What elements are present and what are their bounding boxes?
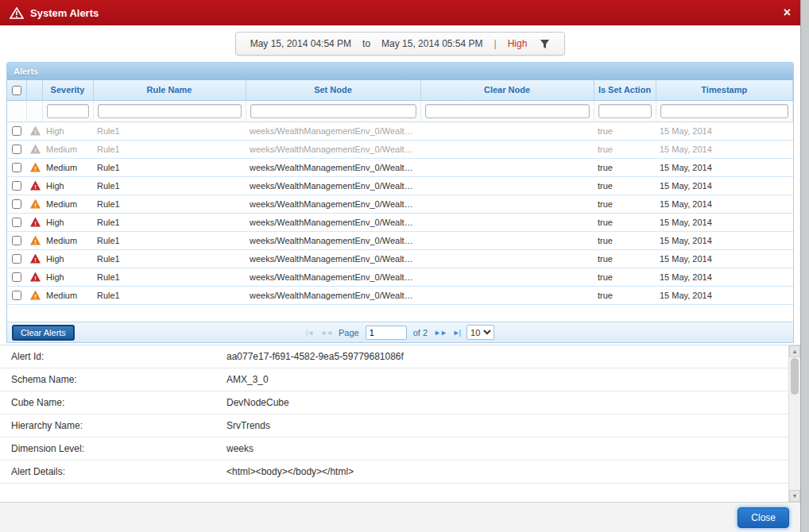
table-row[interactable]: !HighRule1weeks/WealthManagementEnv_0/We… bbox=[7, 121, 793, 140]
severity-cell: High bbox=[42, 249, 93, 268]
row-select-cell[interactable] bbox=[7, 176, 26, 195]
close-icon[interactable]: × bbox=[784, 6, 791, 19]
severity-cell: High bbox=[42, 268, 93, 286]
previous-page-icon[interactable]: ◄◄ bbox=[319, 329, 332, 337]
table-row[interactable]: !MediumRule1weeks/WealthManagementEnv_0/… bbox=[7, 231, 793, 249]
set-node-filter-input[interactable] bbox=[250, 104, 416, 118]
severity-cell: Medium bbox=[42, 140, 93, 158]
select-all-checkbox[interactable] bbox=[12, 86, 21, 95]
filter-cell-clear-node bbox=[420, 100, 594, 121]
row-checkbox[interactable] bbox=[12, 181, 21, 191]
last-page-icon[interactable]: ►| bbox=[453, 329, 460, 337]
clear-alerts-button[interactable]: Clear Alerts bbox=[12, 325, 75, 341]
scroll-down-icon[interactable]: ▼ bbox=[789, 490, 800, 502]
severity-triangle-icon: ! bbox=[30, 254, 41, 264]
table-row[interactable]: !HighRule1weeks/WealthManagementEnv_0/We… bbox=[7, 176, 793, 195]
severity-cell: High bbox=[42, 213, 93, 231]
severity-orange-triangle-icon: ! bbox=[26, 286, 42, 304]
scrollbar-thumb[interactable] bbox=[791, 358, 799, 395]
row-checkbox[interactable] bbox=[12, 145, 21, 154]
row-checkbox[interactable] bbox=[12, 218, 21, 227]
table-row[interactable]: !MediumRule1weeks/WealthManagementEnv_0/… bbox=[7, 158, 793, 176]
column-header-set-node[interactable]: Set Node bbox=[246, 80, 420, 100]
row-select-cell[interactable] bbox=[7, 121, 26, 140]
severity-triangle-icon: ! bbox=[30, 272, 41, 282]
clear-node-cell bbox=[420, 195, 594, 213]
severity-orange-triangle-icon: ! bbox=[26, 158, 42, 176]
clear-node-filter-input[interactable] bbox=[425, 104, 590, 118]
row-select-cell[interactable] bbox=[7, 158, 26, 176]
severity-cell: Medium bbox=[42, 158, 93, 176]
row-checkbox[interactable] bbox=[12, 272, 21, 282]
page-number-input[interactable] bbox=[366, 326, 407, 340]
column-header-is-set-action[interactable]: Is Set Action bbox=[594, 80, 656, 100]
row-checkbox[interactable] bbox=[12, 163, 21, 172]
rule-name-cell: Rule1 bbox=[93, 249, 246, 268]
date-range-filter-bar[interactable]: May 15, 2014 04:54 PM to May 15, 2014 05… bbox=[235, 32, 566, 56]
row-select-cell[interactable] bbox=[7, 268, 26, 286]
page-size-select[interactable]: 10 bbox=[466, 325, 494, 340]
row-select-cell[interactable] bbox=[7, 195, 26, 213]
set-node-cell: weeks/WealthManagementEnv_0/Wealth… bbox=[246, 213, 420, 231]
table-row[interactable]: !MediumRule1weeks/WealthManagementEnv_0/… bbox=[7, 286, 793, 304]
column-header-timestamp[interactable]: Timestamp bbox=[656, 80, 793, 100]
severity-cell: High bbox=[42, 176, 93, 195]
table-row[interactable]: !HighRule1weeks/WealthManagementEnv_0/We… bbox=[7, 268, 793, 286]
detail-value: aa077e17-f691-4582-9ea5-59779681086f bbox=[226, 351, 404, 362]
severity-filter-input[interactable] bbox=[47, 104, 89, 118]
row-select-cell[interactable] bbox=[7, 140, 26, 158]
detail-label: Alert Details: bbox=[0, 466, 226, 477]
clear-node-cell bbox=[420, 140, 594, 158]
start-datetime[interactable]: May 15, 2014 04:54 PM bbox=[250, 38, 351, 49]
filter-cell-checkbox bbox=[7, 100, 26, 121]
row-checkbox[interactable] bbox=[12, 236, 21, 245]
rule-name-filter-input[interactable] bbox=[98, 104, 242, 118]
close-button[interactable]: Close bbox=[737, 507, 789, 528]
row-select-cell[interactable] bbox=[7, 231, 26, 249]
row-select-cell[interactable] bbox=[7, 249, 26, 268]
severity-orange-triangle-icon: ! bbox=[26, 231, 42, 249]
alerts-panel: Alerts Severity Rule Name Set Node Clear… bbox=[6, 62, 794, 343]
filter-funnel-icon[interactable] bbox=[540, 39, 550, 49]
severity-filter-value[interactable]: High bbox=[508, 38, 528, 49]
is-set-action-filter-input[interactable] bbox=[598, 104, 652, 118]
end-datetime[interactable]: May 15, 2014 05:54 PM bbox=[381, 38, 482, 49]
timestamp-cell: 15 May, 2014 bbox=[656, 231, 793, 249]
set-node-cell: weeks/WealthManagementEnv_0/Wealth… bbox=[246, 286, 420, 304]
row-checkbox[interactable] bbox=[12, 291, 21, 300]
rule-name-cell: Rule1 bbox=[93, 231, 246, 249]
table-row[interactable]: !HighRule1weeks/WealthManagementEnv_0/We… bbox=[7, 213, 793, 231]
detail-row: Cube Name:DevNodeCube bbox=[0, 391, 800, 414]
row-select-cell[interactable] bbox=[7, 213, 26, 231]
severity-triangle-icon: ! bbox=[30, 163, 41, 172]
table-row[interactable]: !HighRule1weeks/WealthManagementEnv_0/We… bbox=[7, 249, 793, 268]
rule-name-cell: Rule1 bbox=[93, 176, 246, 195]
scroll-up-icon[interactable]: ▲ bbox=[789, 345, 800, 357]
severity-cell: High bbox=[42, 121, 93, 140]
first-page-icon[interactable]: |◄ bbox=[306, 329, 313, 337]
is-set-action-cell: true bbox=[594, 176, 656, 195]
table-row[interactable]: !MediumRule1weeks/WealthManagementEnv_0/… bbox=[7, 195, 793, 213]
set-node-cell: weeks/WealthManagementEnv_0/Wealth… bbox=[246, 268, 420, 286]
rule-name-cell: Rule1 bbox=[93, 268, 246, 286]
column-header-rule-name[interactable]: Rule Name bbox=[93, 80, 246, 100]
column-header-clear-node[interactable]: Clear Node bbox=[420, 80, 594, 100]
is-set-action-cell: true bbox=[594, 286, 656, 304]
severity-icon-column-header bbox=[26, 80, 42, 100]
severity-triangle-icon: ! bbox=[30, 236, 41, 245]
timestamp-filter-input[interactable] bbox=[660, 104, 789, 118]
row-checkbox[interactable] bbox=[12, 254, 21, 264]
row-checkbox[interactable] bbox=[12, 126, 21, 136]
severity-triangle-icon: ! bbox=[30, 199, 41, 209]
is-set-action-cell: true bbox=[594, 121, 656, 140]
detail-value: <html><body></body></html> bbox=[226, 466, 354, 477]
severity-cell: Medium bbox=[42, 286, 93, 304]
set-node-cell: weeks/WealthManagementEnv_0/Wealth… bbox=[246, 158, 420, 176]
details-scrollbar[interactable]: ▲ ▼ bbox=[788, 345, 800, 502]
timestamp-cell: 15 May, 2014 bbox=[656, 176, 793, 195]
next-page-icon[interactable]: ►► bbox=[434, 329, 447, 337]
table-row[interactable]: !MediumRule1weeks/WealthManagementEnv_0/… bbox=[7, 140, 793, 158]
column-header-severity[interactable]: Severity bbox=[42, 80, 93, 100]
row-select-cell[interactable] bbox=[7, 286, 26, 304]
row-checkbox[interactable] bbox=[12, 199, 21, 209]
